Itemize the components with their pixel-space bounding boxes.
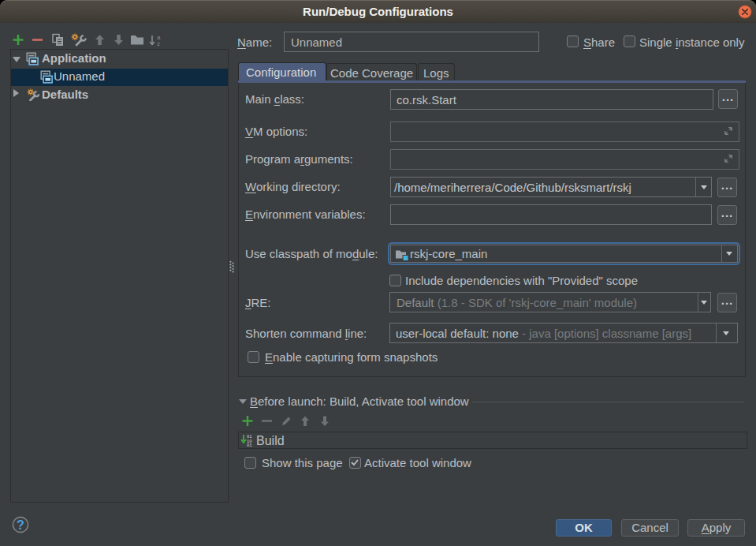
svg-text:01: 01 xyxy=(247,443,252,447)
svg-text:?: ? xyxy=(17,518,24,532)
svg-text:z: z xyxy=(157,40,160,47)
